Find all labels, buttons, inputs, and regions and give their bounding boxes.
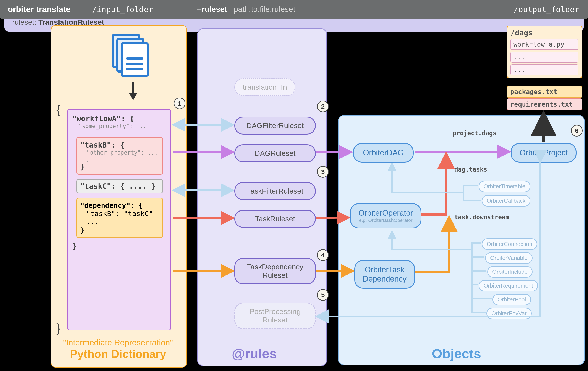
flow-arrows: [0, 0, 588, 371]
svg-line-13: [316, 218, 349, 218]
